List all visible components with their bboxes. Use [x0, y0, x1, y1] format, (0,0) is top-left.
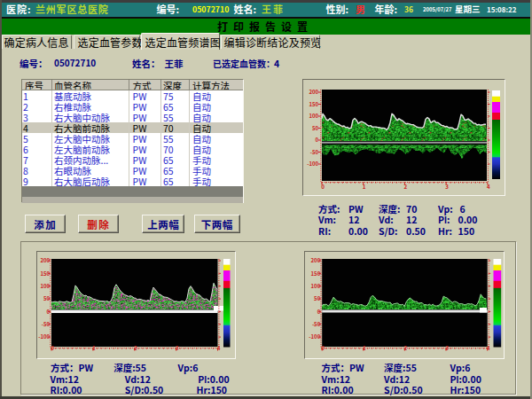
svg-text:3: 3: [445, 183, 449, 191]
svg-text:100: 100: [40, 282, 50, 290]
svg-text:200: 200: [40, 256, 50, 264]
svg-text:4: 4: [487, 183, 490, 191]
svg-text:150: 150: [309, 100, 318, 108]
svg-text:0: 0: [321, 344, 325, 352]
svg-text:-50: -50: [42, 320, 51, 328]
svg-text:0: 0: [321, 183, 325, 191]
svg-text:150: 150: [310, 270, 320, 278]
svg-text:2: 2: [134, 344, 137, 352]
svg-text:1: 1: [362, 344, 365, 352]
svg-text:100: 100: [310, 282, 320, 290]
svg-text:1: 1: [92, 344, 96, 352]
svg-text:-100: -100: [309, 332, 320, 340]
svg-text:4: 4: [486, 344, 489, 352]
svg-text:50: 50: [312, 124, 319, 132]
svg-text:0: 0: [315, 136, 318, 144]
svg-text:50: 50: [314, 294, 321, 302]
svg-text:200: 200: [309, 88, 318, 96]
svg-text:-100: -100: [38, 332, 50, 340]
svg-text:50: 50: [43, 294, 51, 302]
svg-text:100: 100: [309, 112, 318, 120]
svg-text:-100: -100: [307, 160, 318, 168]
svg-text:2: 2: [403, 344, 407, 352]
svg-text:3: 3: [176, 344, 179, 352]
svg-text:-50: -50: [311, 320, 320, 328]
svg-text:200: 200: [310, 256, 320, 264]
svg-text:0: 0: [51, 344, 54, 352]
svg-text:4: 4: [217, 344, 221, 352]
svg-text:0: 0: [46, 308, 50, 316]
svg-text:3: 3: [445, 344, 449, 352]
svg-text:1: 1: [363, 183, 366, 191]
svg-text:-50: -50: [310, 148, 319, 156]
svg-text:0: 0: [317, 308, 320, 316]
svg-text:150: 150: [40, 270, 50, 278]
svg-text:2: 2: [404, 183, 408, 191]
